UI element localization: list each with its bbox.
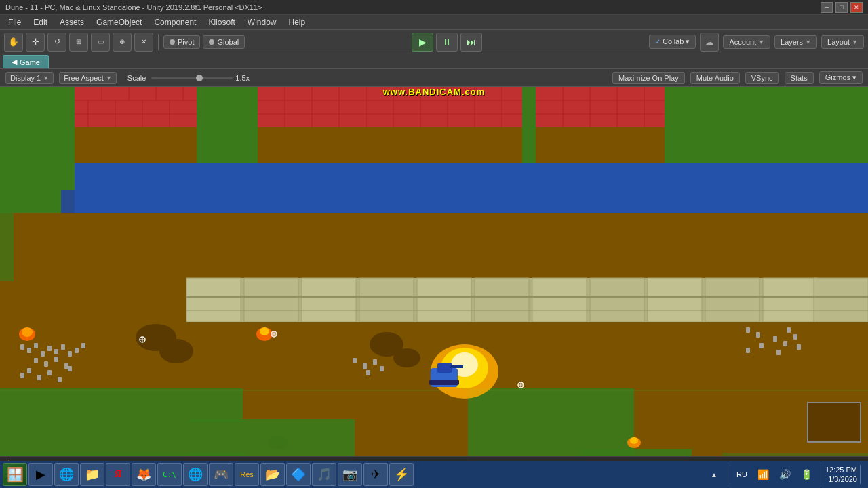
- display-dropdown[interactable]: Display 1 ▼: [5, 72, 54, 84]
- game-controls-right: Maximize On Play Mute Audio VSync Stats …: [612, 71, 863, 84]
- account-label: Account: [729, 38, 756, 46]
- taskbar-chrome-button[interactable]: 🌐: [183, 463, 208, 486]
- minimize-button[interactable]: ─: [821, 2, 833, 13]
- game-scene: [0, 87, 868, 456]
- step-button[interactable]: ⏭: [460, 33, 482, 52]
- svg-rect-125: [429, 380, 459, 385]
- taskbar-game-button[interactable]: 🎮: [209, 463, 233, 486]
- rotate-tool-button[interactable]: ↺: [47, 33, 66, 52]
- game-viewport: www.BANDICAM.com: [0, 87, 868, 456]
- svg-rect-120: [793, 334, 797, 340]
- aspect-label: Free Aspect: [64, 74, 104, 82]
- layout-dropdown[interactable]: Layout ▼: [821, 35, 864, 49]
- taskbar-ie-button[interactable]: 🌐: [54, 463, 79, 486]
- svg-rect-98: [44, 361, 48, 367]
- taskbar-audio-button[interactable]: 🎵: [312, 463, 336, 486]
- account-dropdown[interactable]: Account ▼: [723, 35, 770, 49]
- window-controls: ─ □ ✕: [821, 2, 863, 13]
- menu-kilosoft[interactable]: Kilosoft: [203, 16, 240, 28]
- svg-point-64: [393, 348, 420, 367]
- layers-label: Layers: [781, 38, 803, 46]
- tab-bar: ◀ Game: [0, 54, 868, 69]
- taskbar-folder-button[interactable]: 📂: [260, 463, 285, 486]
- svg-rect-97: [34, 358, 38, 363]
- vsync-button[interactable]: VSync: [745, 72, 779, 84]
- svg-rect-47: [244, 278, 298, 322]
- taskbar-telegram-button[interactable]: ✈: [363, 463, 388, 486]
- rect-tool-button[interactable]: ▭: [91, 33, 110, 52]
- svg-rect-104: [20, 373, 24, 378]
- svg-rect-43: [0, 214, 190, 281]
- taskbar-unity-button[interactable]: 🔷: [286, 463, 311, 486]
- taskbar-screenshot-button[interactable]: 📷: [338, 463, 362, 486]
- aspect-arrow-icon: ▼: [106, 75, 112, 81]
- taskbar-res-button[interactable]: Res: [235, 463, 259, 486]
- svg-rect-124: [450, 365, 463, 368]
- svg-rect-121: [797, 344, 801, 350]
- layout-label: Layout: [827, 38, 850, 46]
- svg-rect-56: [763, 278, 817, 322]
- taskbar-clock[interactable]: 12:25 PM 1/3/2020: [825, 465, 857, 485]
- svg-rect-106: [58, 377, 62, 382]
- menu-window[interactable]: Window: [242, 16, 282, 28]
- play-button[interactable]: ▶: [412, 33, 433, 52]
- aspect-dropdown[interactable]: Free Aspect ▼: [59, 72, 117, 84]
- custom-tool-button[interactable]: ✕: [134, 33, 153, 52]
- menu-edit[interactable]: Edit: [28, 16, 53, 28]
- svg-rect-52: [532, 278, 587, 322]
- taskbar-firefox-button[interactable]: 🦊: [132, 463, 156, 486]
- cloud-button[interactable]: ☁: [700, 33, 719, 52]
- taskbar-clock-sep: [821, 465, 821, 484]
- menu-assets[interactable]: Assets: [54, 16, 90, 28]
- start-button[interactable]: 🪟: [3, 463, 27, 486]
- scale-slider[interactable]: [151, 77, 233, 79]
- menu-gameobject[interactable]: GameObject: [91, 16, 147, 28]
- game-tab-icon: ◀: [12, 58, 17, 66]
- maximize-on-play-button[interactable]: Maximize On Play: [612, 72, 685, 84]
- menu-file[interactable]: File: [3, 16, 26, 28]
- taskbar-vs-button[interactable]: ⚡: [389, 463, 414, 486]
- pause-button[interactable]: ⏸: [436, 33, 458, 52]
- taskbar-yandex-button[interactable]: Я: [106, 463, 130, 486]
- layers-dropdown[interactable]: Layers ▼: [774, 35, 817, 49]
- svg-rect-118: [776, 350, 781, 355]
- taskbar-terminal-button[interactable]: C:\: [157, 463, 182, 486]
- mute-audio-button[interactable]: Mute Audio: [690, 72, 740, 84]
- tray-expand-button[interactable]: ▲: [705, 465, 724, 484]
- tray-language-button[interactable]: RU: [732, 465, 751, 484]
- move-tool-button[interactable]: ✛: [26, 33, 45, 52]
- svg-rect-2: [75, 87, 197, 127]
- svg-rect-42: [0, 188, 61, 214]
- show-desktop-button[interactable]: [860, 465, 865, 484]
- gizmos-dropdown[interactable]: Gizmos ▾: [819, 71, 863, 84]
- display-label: Display 1: [10, 74, 41, 82]
- scale-tool-button[interactable]: ⊞: [69, 33, 88, 52]
- toolbar-right: ✓ Collab ▾ ☁ Account ▼ Layers ▼ Layout ▼: [649, 33, 864, 52]
- svg-rect-115: [783, 341, 787, 346]
- svg-rect-44: [0, 214, 14, 281]
- hand-tool-button[interactable]: ✋: [4, 33, 23, 52]
- tray-network-button[interactable]: 📶: [754, 465, 773, 484]
- play-controls: ▶ ⏸ ⏭: [248, 33, 646, 52]
- taskbar-media-button[interactable]: ▶: [28, 463, 53, 486]
- stats-button[interactable]: Stats: [785, 72, 814, 84]
- svg-rect-105: [37, 375, 41, 380]
- close-button[interactable]: ✕: [850, 2, 863, 13]
- menu-component[interactable]: Component: [149, 16, 201, 28]
- tray-speaker-button[interactable]: 🔊: [776, 465, 795, 484]
- tray-battery-button[interactable]: 🔋: [797, 465, 816, 484]
- global-toggle[interactable]: Global: [203, 35, 245, 49]
- svg-rect-99: [54, 357, 58, 362]
- taskbar-explorer-button[interactable]: 📁: [80, 463, 104, 486]
- collab-dropdown[interactable]: ✓ Collab ▾: [649, 35, 696, 49]
- collab-label: Collab ▾: [663, 37, 690, 46]
- menu-help[interactable]: Help: [283, 16, 311, 28]
- taskbar-tray: ▲ RU 📶 🔊 🔋 12:25 PM 1/3/2020: [705, 465, 865, 485]
- pivot-toggle[interactable]: Pivot: [163, 35, 200, 49]
- svg-rect-69: [0, 388, 189, 456]
- maximize-button[interactable]: □: [835, 2, 848, 13]
- svg-rect-94: [68, 351, 72, 357]
- transform-tool-button[interactable]: ⊕: [113, 33, 132, 52]
- game-tab[interactable]: ◀ Game: [3, 55, 49, 68]
- account-arrow-icon: ▼: [758, 39, 764, 45]
